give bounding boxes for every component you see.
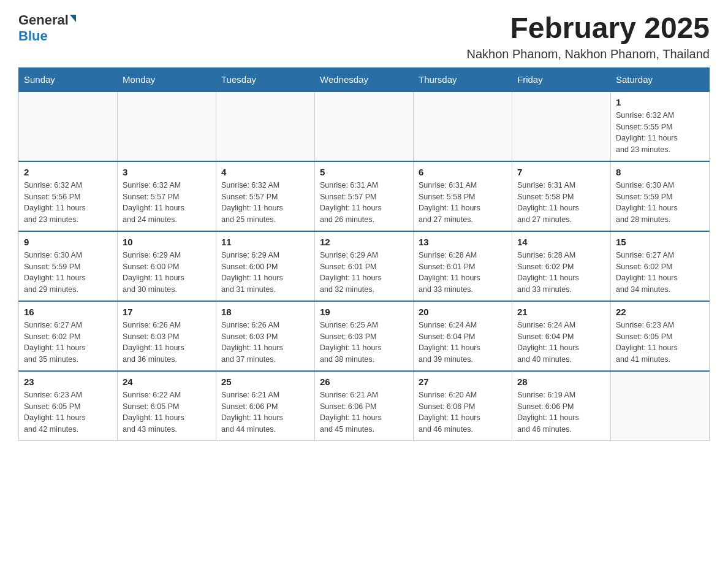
day-number: 6: [419, 167, 507, 177]
calendar-cell: 12Sunrise: 6:29 AMSunset: 6:01 PMDayligh…: [315, 231, 414, 301]
calendar-cell: 15Sunrise: 6:27 AMSunset: 6:02 PMDayligh…: [611, 231, 710, 301]
calendar-cell: 8Sunrise: 6:30 AMSunset: 5:59 PMDaylight…: [611, 161, 710, 231]
day-number: 25: [221, 377, 309, 387]
calendar-cell: [315, 91, 414, 161]
calendar-week-4: 16Sunrise: 6:27 AMSunset: 6:02 PMDayligh…: [19, 301, 710, 371]
day-info: Sunrise: 6:32 AMSunset: 5:56 PMDaylight:…: [24, 180, 112, 226]
calendar-cell: 11Sunrise: 6:29 AMSunset: 6:00 PMDayligh…: [216, 231, 315, 301]
day-number: 8: [616, 167, 704, 177]
calendar-cell: 27Sunrise: 6:20 AMSunset: 6:06 PMDayligh…: [414, 371, 512, 441]
day-number: 7: [517, 167, 605, 177]
calendar-table: SundayMondayTuesdayWednesdayThursdayFrid…: [18, 67, 710, 441]
day-info: Sunrise: 6:32 AMSunset: 5:57 PMDaylight:…: [221, 180, 309, 226]
day-info: Sunrise: 6:23 AMSunset: 6:05 PMDaylight:…: [24, 389, 112, 435]
calendar-cell: 10Sunrise: 6:29 AMSunset: 6:00 PMDayligh…: [118, 231, 216, 301]
calendar-cell: 17Sunrise: 6:26 AMSunset: 6:03 PMDayligh…: [118, 301, 216, 371]
day-number: 19: [320, 307, 408, 317]
calendar-cell: 13Sunrise: 6:28 AMSunset: 6:01 PMDayligh…: [414, 231, 512, 301]
day-info: Sunrise: 6:30 AMSunset: 5:59 PMDaylight:…: [24, 250, 112, 296]
day-info: Sunrise: 6:27 AMSunset: 6:02 PMDaylight:…: [24, 320, 112, 366]
day-number: 9: [24, 237, 112, 247]
calendar-cell: 22Sunrise: 6:23 AMSunset: 6:05 PMDayligh…: [611, 301, 710, 371]
day-info: Sunrise: 6:25 AMSunset: 6:03 PMDaylight:…: [320, 320, 408, 366]
calendar-cell: 21Sunrise: 6:24 AMSunset: 6:04 PMDayligh…: [512, 301, 611, 371]
day-info: Sunrise: 6:21 AMSunset: 6:06 PMDaylight:…: [221, 389, 309, 435]
calendar-week-3: 9Sunrise: 6:30 AMSunset: 5:59 PMDaylight…: [19, 231, 710, 301]
day-number: 23: [24, 377, 112, 387]
day-info: Sunrise: 6:31 AMSunset: 5:57 PMDaylight:…: [320, 180, 408, 226]
day-number: 28: [517, 377, 605, 387]
title-block: February 2025 Nakhon Phanom, Nakhon Phan…: [466, 12, 710, 61]
calendar-week-1: 1Sunrise: 6:32 AMSunset: 5:55 PMDaylight…: [19, 91, 710, 161]
calendar-header-thursday: Thursday: [414, 67, 512, 91]
calendar-cell: 23Sunrise: 6:23 AMSunset: 6:05 PMDayligh…: [19, 371, 118, 441]
calendar-cell: [512, 91, 611, 161]
calendar-cell: 16Sunrise: 6:27 AMSunset: 6:02 PMDayligh…: [19, 301, 118, 371]
day-number: 4: [221, 167, 309, 177]
calendar-cell: [118, 91, 216, 161]
calendar-cell: 3Sunrise: 6:32 AMSunset: 5:57 PMDaylight…: [118, 161, 216, 231]
day-number: 10: [123, 237, 211, 247]
day-info: Sunrise: 6:19 AMSunset: 6:06 PMDaylight:…: [517, 389, 605, 435]
day-number: 12: [320, 237, 408, 247]
day-info: Sunrise: 6:31 AMSunset: 5:58 PMDaylight:…: [517, 180, 605, 226]
calendar-header-tuesday: Tuesday: [216, 67, 315, 91]
calendar-header-saturday: Saturday: [611, 67, 710, 91]
day-number: 22: [616, 307, 704, 317]
day-info: Sunrise: 6:29 AMSunset: 6:00 PMDaylight:…: [123, 250, 211, 296]
day-info: Sunrise: 6:29 AMSunset: 6:01 PMDaylight:…: [320, 250, 408, 296]
calendar-header-wednesday: Wednesday: [315, 67, 414, 91]
day-info: Sunrise: 6:28 AMSunset: 6:01 PMDaylight:…: [419, 250, 507, 296]
day-number: 21: [517, 307, 605, 317]
calendar-cell: 4Sunrise: 6:32 AMSunset: 5:57 PMDaylight…: [216, 161, 315, 231]
main-title: February 2025: [466, 12, 710, 45]
day-number: 2: [24, 167, 112, 177]
calendar-cell: 2Sunrise: 6:32 AMSunset: 5:56 PMDaylight…: [19, 161, 118, 231]
day-info: Sunrise: 6:23 AMSunset: 6:05 PMDaylight:…: [616, 320, 704, 366]
day-info: Sunrise: 6:27 AMSunset: 6:02 PMDaylight:…: [616, 250, 704, 296]
day-info: Sunrise: 6:31 AMSunset: 5:58 PMDaylight:…: [419, 180, 507, 226]
calendar-cell: 7Sunrise: 6:31 AMSunset: 5:58 PMDaylight…: [512, 161, 611, 231]
calendar-cell: [611, 371, 710, 441]
day-number: 16: [24, 307, 112, 317]
day-info: Sunrise: 6:28 AMSunset: 6:02 PMDaylight:…: [517, 250, 605, 296]
calendar-cell: 9Sunrise: 6:30 AMSunset: 5:59 PMDaylight…: [19, 231, 118, 301]
day-number: 17: [123, 307, 211, 317]
calendar-cell: 14Sunrise: 6:28 AMSunset: 6:02 PMDayligh…: [512, 231, 611, 301]
day-info: Sunrise: 6:20 AMSunset: 6:06 PMDaylight:…: [419, 389, 507, 435]
logo-general-text: General: [18, 12, 69, 28]
calendar-cell: [414, 91, 512, 161]
day-number: 3: [123, 167, 211, 177]
calendar-cell: 24Sunrise: 6:22 AMSunset: 6:05 PMDayligh…: [118, 371, 216, 441]
day-number: 18: [221, 307, 309, 317]
day-number: 14: [517, 237, 605, 247]
day-info: Sunrise: 6:26 AMSunset: 6:03 PMDaylight:…: [221, 320, 309, 366]
calendar-header-monday: Monday: [118, 67, 216, 91]
calendar-week-2: 2Sunrise: 6:32 AMSunset: 5:56 PMDaylight…: [19, 161, 710, 231]
calendar-cell: 28Sunrise: 6:19 AMSunset: 6:06 PMDayligh…: [512, 371, 611, 441]
day-number: 1: [616, 97, 704, 107]
day-number: 26: [320, 377, 408, 387]
logo-arrow-icon: [70, 15, 76, 22]
day-number: 5: [320, 167, 408, 177]
day-number: 15: [616, 237, 704, 247]
calendar-cell: 25Sunrise: 6:21 AMSunset: 6:06 PMDayligh…: [216, 371, 315, 441]
day-info: Sunrise: 6:30 AMSunset: 5:59 PMDaylight:…: [616, 180, 704, 226]
calendar-cell: 26Sunrise: 6:21 AMSunset: 6:06 PMDayligh…: [315, 371, 414, 441]
day-info: Sunrise: 6:32 AMSunset: 5:57 PMDaylight:…: [123, 180, 211, 226]
calendar-header-row: SundayMondayTuesdayWednesdayThursdayFrid…: [19, 67, 710, 91]
logo-blue-text: Blue: [18, 28, 48, 44]
calendar-cell: 20Sunrise: 6:24 AMSunset: 6:04 PMDayligh…: [414, 301, 512, 371]
calendar-cell: [19, 91, 118, 161]
day-number: 13: [419, 237, 507, 247]
day-number: 11: [221, 237, 309, 247]
day-info: Sunrise: 6:32 AMSunset: 5:55 PMDaylight:…: [616, 110, 704, 156]
calendar-cell: 5Sunrise: 6:31 AMSunset: 5:57 PMDaylight…: [315, 161, 414, 231]
day-info: Sunrise: 6:22 AMSunset: 6:05 PMDaylight:…: [123, 389, 211, 435]
subtitle: Nakhon Phanom, Nakhon Phanom, Thailand: [466, 47, 710, 61]
calendar-cell: 19Sunrise: 6:25 AMSunset: 6:03 PMDayligh…: [315, 301, 414, 371]
calendar-week-5: 23Sunrise: 6:23 AMSunset: 6:05 PMDayligh…: [19, 371, 710, 441]
calendar-header-sunday: Sunday: [19, 67, 118, 91]
day-info: Sunrise: 6:24 AMSunset: 6:04 PMDaylight:…: [419, 320, 507, 366]
day-number: 24: [123, 377, 211, 387]
